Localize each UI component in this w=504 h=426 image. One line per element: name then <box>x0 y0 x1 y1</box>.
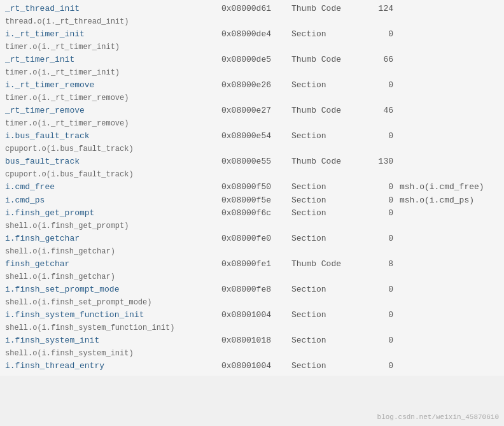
table-row-sub: thread.o(i._rt_thread_init) <box>5 16 499 28</box>
table-row: i.finsh_set_prompt_mode0x08000fe8Section… <box>5 283 499 297</box>
table-row-sub: shell.o(i.finsh_get_prompt) <box>5 220 499 232</box>
symbol-size: 0 <box>361 28 393 41</box>
table-row-sub: timer.o(i._rt_timer_init) <box>5 67 499 79</box>
symbol-address: 0x08000e26 <box>221 79 291 92</box>
symbol-address: 0x08000de5 <box>221 53 291 67</box>
symbol-name: i.finsh_thread_entry <box>5 360 221 373</box>
table-row: i.finsh_get_prompt0x08000f6cSection0 <box>5 207 499 220</box>
symbol-source: shell.o(i.finsh_getchar) <box>5 271 221 283</box>
symbol-source: thread.o(i._rt_thread_init) <box>5 16 221 28</box>
symbol-type: Thumb Code <box>291 53 361 67</box>
table-row: i._rt_timer_remove0x08000e26Section0 <box>5 79 499 92</box>
table-row: i._rt_timer_init0x08000de4Section0 <box>5 28 499 41</box>
symbol-source: timer.o(i._rt_timer_init) <box>5 67 221 79</box>
symbol-extra: msh.o(i.cmd_free) <box>400 181 484 194</box>
symbol-size: 0 <box>361 283 393 297</box>
symbol-type: Section <box>291 28 361 41</box>
symbol-type: Section <box>291 207 361 220</box>
symbol-size: 66 <box>361 53 393 67</box>
symbol-type: Section <box>291 334 361 348</box>
table-row: i.bus_fault_track0x08000e54Section0 <box>5 130 499 143</box>
symbol-size: 0 <box>361 181 393 194</box>
symbol-source: timer.o(i._rt_timer_init) <box>5 41 221 53</box>
table-row: _rt_timer_remove0x08000e27Thumb Code46 <box>5 104 499 118</box>
table-row: i.cmd_ps0x08000f5eSection0msh.o(i.cmd_ps… <box>5 194 499 208</box>
symbol-type: Thumb Code <box>291 258 361 271</box>
symbol-name: i.finsh_set_prompt_mode <box>5 283 221 297</box>
table-row-sub: shell.o(i.finsh_getchar) <box>5 246 499 258</box>
code-listing: _rt_thread_init0x08000d61Thumb Code124th… <box>0 0 504 376</box>
table-row-sub: timer.o(i._rt_timer_remove) <box>5 118 499 130</box>
table-row-sub: shell.o(i.finsh_set_prompt_mode) <box>5 297 499 309</box>
symbol-type: Section <box>291 309 361 322</box>
symbol-name: i.finsh_get_prompt <box>5 207 221 220</box>
symbol-size: 124 <box>361 3 393 16</box>
symbol-address: 0x08000e27 <box>221 104 291 118</box>
symbol-type: Section <box>291 194 361 208</box>
symbol-type: Thumb Code <box>291 155 361 169</box>
symbol-source: cpuport.o(i.bus_fault_track) <box>5 169 221 181</box>
symbol-size: 0 <box>361 309 393 322</box>
symbol-name: i.finsh_system_function_init <box>5 309 221 322</box>
symbol-size: 0 <box>361 334 393 348</box>
symbol-source: shell.o(i.finsh_get_prompt) <box>5 220 221 232</box>
table-row-sub: shell.o(i.finsh_getchar) <box>5 271 499 283</box>
table-row: i.finsh_system_function_init0x08001004Se… <box>5 309 499 322</box>
symbol-source: shell.o(i.finsh_system_init) <box>5 348 221 360</box>
symbol-address: 0x08000f50 <box>221 181 291 194</box>
table-row: _rt_thread_init0x08000d61Thumb Code124 <box>5 3 499 16</box>
symbol-size: 0 <box>361 232 393 246</box>
symbol-source: shell.o(i.finsh_set_prompt_mode) <box>5 297 221 309</box>
symbol-address: 0x08000e55 <box>221 155 291 169</box>
symbol-address: 0x08001004 <box>221 360 291 373</box>
symbol-type: Thumb Code <box>291 104 361 118</box>
symbol-name: i._rt_timer_remove <box>5 79 221 92</box>
symbol-name: i.finsh_getchar <box>5 232 221 246</box>
symbol-address: 0x08001004 <box>221 309 291 322</box>
symbol-address: 0x08000fe8 <box>221 283 291 297</box>
symbol-source: timer.o(i._rt_timer_remove) <box>5 118 221 130</box>
table-row-sub: shell.o(i.finsh_system_function_init) <box>5 322 499 334</box>
table-row-sub: cpuport.o(i.bus_fault_track) <box>5 169 499 181</box>
symbol-address: 0x08000fe1 <box>221 258 291 271</box>
symbol-address: 0x08000e54 <box>221 130 291 143</box>
symbol-size: 46 <box>361 104 393 118</box>
symbol-address: 0x08000fe0 <box>221 232 291 246</box>
symbol-name: _rt_timer_init <box>5 53 221 67</box>
symbol-name: finsh_getchar <box>5 258 221 271</box>
symbol-name: i.finsh_system_init <box>5 334 221 348</box>
symbol-name: bus_fault_track <box>5 155 221 169</box>
table-row: i.cmd_free0x08000f50Section0msh.o(i.cmd_… <box>5 181 499 194</box>
table-row-sub: shell.o(i.finsh_system_init) <box>5 348 499 360</box>
symbol-type: Section <box>291 283 361 297</box>
symbol-name: i.cmd_ps <box>5 194 221 208</box>
symbol-source: cpuport.o(i.bus_fault_track) <box>5 143 221 155</box>
symbol-size: 0 <box>361 79 393 92</box>
symbol-size: 8 <box>361 258 393 271</box>
symbol-address: 0x08000f6c <box>221 207 291 220</box>
table-row-sub: timer.o(i._rt_timer_remove) <box>5 92 499 104</box>
table-row: finsh_getchar0x08000fe1Thumb Code8 <box>5 258 499 271</box>
symbol-extra: msh.o(i.cmd_ps) <box>400 194 474 208</box>
symbol-name: _rt_thread_init <box>5 3 221 16</box>
symbol-address: 0x08000f5e <box>221 194 291 208</box>
table-row: bus_fault_track0x08000e55Thumb Code130 <box>5 155 499 169</box>
symbol-address: 0x08001018 <box>221 334 291 348</box>
symbol-address: 0x08000d61 <box>221 3 291 16</box>
symbol-size: 0 <box>361 130 393 143</box>
table-row-sub: cpuport.o(i.bus_fault_track) <box>5 143 499 155</box>
watermark: blog.csdn.net/weixin_45870610 <box>377 413 499 421</box>
symbol-type: Thumb Code <box>291 3 361 16</box>
symbol-size: 130 <box>361 155 393 169</box>
table-row: i.finsh_getchar0x08000fe0Section0 <box>5 232 499 246</box>
symbol-type: Section <box>291 360 361 373</box>
symbol-type: Section <box>291 79 361 92</box>
symbol-name: i.cmd_free <box>5 181 221 194</box>
table-row: i.finsh_system_init0x08001018Section0 <box>5 334 499 348</box>
symbol-name: _rt_timer_remove <box>5 104 221 118</box>
symbol-type: Section <box>291 130 361 143</box>
symbol-source: shell.o(i.finsh_getchar) <box>5 246 221 258</box>
symbol-source: timer.o(i._rt_timer_remove) <box>5 92 221 104</box>
table-row: i.finsh_thread_entry0x08001004Section0 <box>5 360 499 373</box>
symbol-name: i.bus_fault_track <box>5 130 221 143</box>
